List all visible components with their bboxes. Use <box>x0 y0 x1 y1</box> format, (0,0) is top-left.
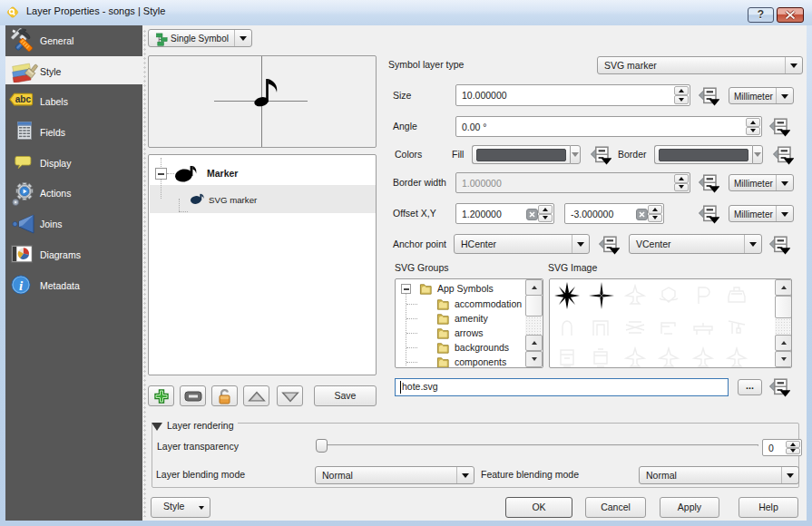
svg-text:abc: abc <box>15 94 32 104</box>
